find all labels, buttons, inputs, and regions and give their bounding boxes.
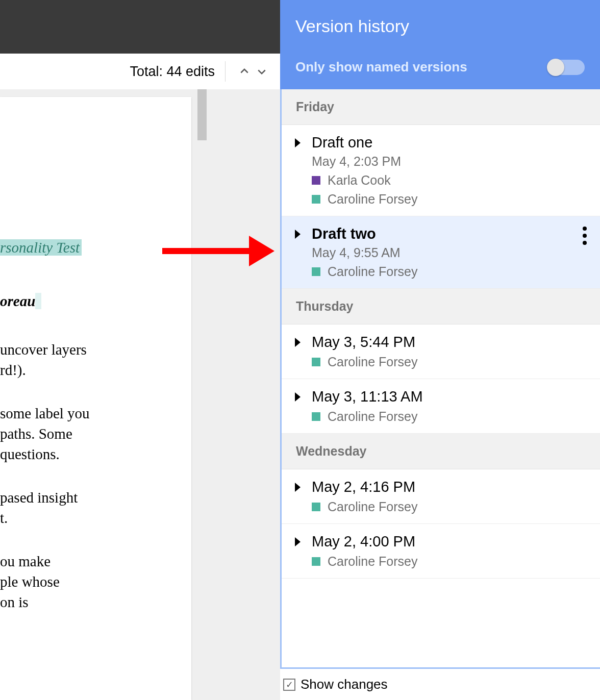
scrollbar-thumb[interactable] bbox=[197, 89, 207, 140]
doc-highlight: rsonality Test bbox=[0, 237, 82, 258]
expand-caret-icon[interactable] bbox=[295, 392, 301, 402]
show-changes-label: Show changes bbox=[301, 677, 388, 692]
editor-name: Caroline Forsey bbox=[328, 554, 417, 569]
divider bbox=[225, 61, 226, 82]
day-header: Wednesday bbox=[282, 434, 600, 469]
total-edits-text: Total: 44 edits bbox=[130, 64, 215, 80]
version-title: May 2, 4:16 PM bbox=[312, 479, 415, 495]
chevron-down-icon bbox=[257, 66, 267, 77]
version-menu-button[interactable] bbox=[583, 227, 587, 245]
version-history-sidebar: Version history Only show named versions… bbox=[280, 0, 600, 700]
editor-color-icon bbox=[312, 412, 320, 421]
editor-row: Karla Cook bbox=[312, 173, 588, 188]
doc-line: some label you bbox=[0, 403, 90, 424]
version-item[interactable]: May 2, 4:16 PMCaroline Forsey bbox=[282, 469, 600, 524]
editor-row: Caroline Forsey bbox=[312, 355, 588, 369]
expand-caret-icon[interactable] bbox=[295, 338, 301, 347]
expand-caret-icon[interactable] bbox=[295, 138, 301, 147]
doc-line: on is bbox=[0, 592, 29, 613]
expand-caret-icon[interactable] bbox=[295, 483, 301, 492]
editor-name: Caroline Forsey bbox=[328, 409, 417, 424]
editor-row: Caroline Forsey bbox=[312, 409, 588, 424]
toggle-label: Only show named versions bbox=[295, 59, 467, 75]
editor-row: Caroline Forsey bbox=[312, 499, 588, 514]
version-title: May 2, 4:00 PM bbox=[312, 533, 415, 550]
editor-name: Caroline Forsey bbox=[328, 499, 417, 514]
version-title: May 3, 5:44 PM bbox=[312, 334, 415, 351]
doc-line: rd!). bbox=[0, 360, 26, 381]
next-edit-button[interactable] bbox=[253, 63, 270, 80]
editor-color-icon bbox=[312, 557, 320, 566]
document-page[interactable]: rsonality Test oreau uncover layers rd!)… bbox=[0, 97, 191, 700]
editor-row: Caroline Forsey bbox=[312, 554, 588, 569]
sidebar-title: Version history bbox=[280, 0, 600, 49]
doc-author: oreau bbox=[0, 291, 41, 312]
day-header: Thursday bbox=[282, 289, 600, 324]
version-item[interactable]: Draft twoMay 4, 9:55 AMCaroline Forsey bbox=[282, 216, 600, 289]
editor-row: Caroline Forsey bbox=[312, 192, 588, 207]
editor-row: Caroline Forsey bbox=[312, 264, 588, 279]
version-date: May 4, 2:03 PM bbox=[312, 154, 588, 169]
expand-caret-icon[interactable] bbox=[295, 537, 301, 546]
editor-color-icon bbox=[312, 195, 320, 204]
editor-color-icon bbox=[312, 503, 320, 511]
title-bar bbox=[0, 0, 281, 54]
doc-line: ple whose bbox=[0, 571, 60, 592]
editor-color-icon bbox=[312, 267, 320, 276]
editor-name: Caroline Forsey bbox=[328, 355, 417, 369]
version-item[interactable]: May 3, 5:44 PMCaroline Forsey bbox=[282, 324, 600, 379]
named-versions-toggle-row: Only show named versions bbox=[280, 49, 600, 89]
chevron-up-icon bbox=[239, 66, 249, 77]
doc-line: pased insight bbox=[0, 487, 78, 508]
editor-color-icon bbox=[312, 358, 320, 366]
doc-line: paths. Some bbox=[0, 423, 72, 444]
doc-line: uncover layers bbox=[0, 339, 87, 360]
editor-color-icon bbox=[312, 176, 320, 185]
version-title: Draft two bbox=[312, 226, 376, 242]
doc-line: ou make bbox=[0, 551, 51, 572]
doc-line: questions. bbox=[0, 444, 60, 465]
version-title: Draft one bbox=[312, 134, 372, 151]
document-area: rsonality Test oreau uncover layers rd!)… bbox=[0, 89, 281, 700]
version-item[interactable]: May 2, 4:00 PMCaroline Forsey bbox=[282, 524, 600, 579]
editor-name: Karla Cook bbox=[328, 173, 391, 188]
toggle-knob bbox=[547, 59, 564, 76]
prev-edit-button[interactable] bbox=[236, 63, 253, 80]
named-versions-toggle[interactable] bbox=[548, 60, 585, 75]
doc-line: t. bbox=[0, 508, 8, 529]
show-changes-checkbox[interactable]: ✓ bbox=[283, 679, 295, 691]
show-changes-row: ✓ Show changes bbox=[280, 669, 600, 700]
version-item[interactable]: May 3, 11:13 AMCaroline Forsey bbox=[282, 379, 600, 434]
version-title: May 3, 11:13 AM bbox=[312, 388, 423, 405]
version-item[interactable]: Draft oneMay 4, 2:03 PMKarla CookCarolin… bbox=[282, 125, 600, 216]
editor-name: Caroline Forsey bbox=[328, 264, 417, 279]
version-date: May 4, 9:55 AM bbox=[312, 245, 588, 260]
editor-name: Caroline Forsey bbox=[328, 192, 417, 207]
expand-caret-icon[interactable] bbox=[295, 230, 301, 239]
versions-list[interactable]: FridayDraft oneMay 4, 2:03 PMKarla CookC… bbox=[280, 89, 600, 669]
edits-info-bar: Total: 44 edits bbox=[0, 54, 281, 89]
day-header: Friday bbox=[282, 89, 600, 125]
